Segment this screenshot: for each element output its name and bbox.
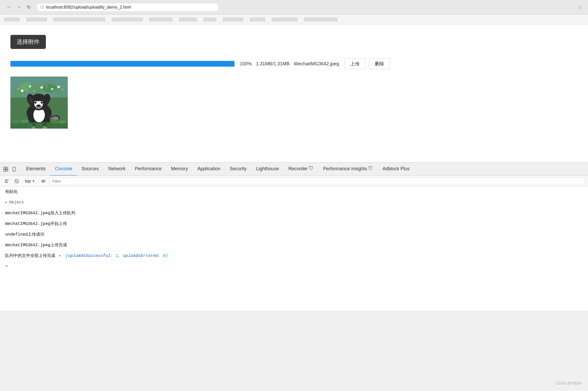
upload-row: 100% 1.31MB/1.31MB WechatIMG3642.jpeg 上传… [10, 58, 578, 69]
console-line-7: 队列中的文件全部上传完成 ► {uploadsSuccessful: 1, up… [0, 251, 588, 261]
address-bar[interactable]: ⓘ localhost:8082/upload/uploadify_demo_2… [36, 3, 219, 12]
svg-point-6 [54, 87, 66, 94]
clear-console-button[interactable] [3, 178, 10, 185]
inspect-icon[interactable] [3, 166, 9, 172]
svg-line-55 [15, 180, 18, 182]
browser-menu-bar [0, 15, 588, 24]
eye-icon[interactable] [40, 178, 47, 185]
tab-lighthouse[interactable]: Lighthouse [251, 163, 284, 176]
page-content: 选择附件 100% 1.31MB/1.31MB WechatIMG3642.jp… [0, 24, 588, 162]
chevron-down-icon: ▼ [32, 179, 35, 183]
svg-rect-47 [4, 169, 5, 171]
menu-item-9 [250, 17, 265, 22]
prompt-symbol: > [5, 264, 8, 269]
svg-point-29 [41, 102, 41, 102]
svg-point-12 [17, 88, 19, 90]
progress-bar-container [10, 61, 235, 67]
file-size: 1.31MB/1.31MB [256, 61, 290, 67]
menu-item-2 [26, 17, 47, 22]
svg-point-15 [62, 89, 64, 91]
console-toolbar: top ▼ [0, 176, 588, 187]
console-line-3: WechatIMG3642.jpeg加入上传队列 [0, 208, 588, 219]
upload-actions: 上传 删除 [344, 58, 390, 69]
menu-item-5 [149, 17, 173, 22]
tab-sources[interactable]: Sources [77, 163, 103, 176]
expand-arrow-2-icon[interactable]: ► [59, 254, 61, 258]
filter-input[interactable] [50, 178, 585, 185]
menu-item-6 [179, 17, 197, 22]
progress-percent: 100% [240, 61, 252, 67]
console-object-data: {uploadsSuccessful: 1, uploadsErrored: 0… [63, 253, 168, 259]
svg-point-4 [29, 84, 44, 95]
devtools-tabs: Elements Console Sources Network Perform… [0, 163, 588, 176]
reload-button[interactable]: ↻ [25, 4, 32, 11]
svg-point-10 [51, 88, 53, 90]
select-attachment-button[interactable]: 选择附件 [10, 35, 46, 49]
image-preview [10, 77, 68, 129]
svg-rect-46 [6, 167, 8, 169]
tab-performance[interactable]: Performance [130, 163, 166, 176]
dog-svg [10, 77, 68, 129]
tab-recorder[interactable]: Recorder ⛉ [284, 163, 318, 176]
upload-button[interactable]: 上传 [344, 58, 366, 69]
console-line-4: WechatIMG3642.jpeg开始上传 [0, 219, 588, 229]
svg-point-11 [57, 86, 60, 88]
context-label: top [25, 179, 31, 184]
watermark: CSDN @©萌泽~ [556, 381, 583, 386]
svg-point-28 [35, 102, 35, 102]
svg-rect-52 [5, 181, 8, 181]
tab-adblock[interactable]: Adblock Plus [378, 163, 414, 176]
tab-console[interactable]: Console [50, 163, 77, 176]
console-object-label: Object [9, 199, 24, 206]
svg-point-13 [33, 90, 35, 92]
svg-point-50 [14, 170, 14, 171]
svg-point-9 [40, 86, 43, 89]
progress-bar-fill [10, 61, 235, 67]
mobile-icon[interactable] [11, 166, 17, 172]
devtools-icon-group [3, 166, 17, 172]
tab-elements[interactable]: Elements [21, 163, 50, 176]
svg-point-8 [29, 85, 31, 87]
svg-point-41 [12, 120, 20, 124]
svg-rect-48 [6, 169, 8, 171]
block-icon[interactable] [13, 178, 20, 185]
menu-item-7 [203, 17, 216, 22]
forward-button[interactable]: → [15, 4, 22, 11]
filename: WechatIMG3642.jpeg [294, 61, 339, 67]
console-prompt[interactable]: > [0, 261, 588, 271]
svg-rect-45 [4, 167, 5, 169]
back-button[interactable]: ← [5, 4, 13, 11]
expand-arrow-icon[interactable]: ► [5, 200, 7, 205]
console-output: 初始化 ► Object WechatIMG3642.jpeg加入上传队列 We… [0, 187, 588, 311]
console-text-1: 初始化 [5, 189, 18, 195]
console-text-6: WechatIMG3642.jpeg上传完成 [5, 242, 67, 248]
console-text-7: 队列中的文件全部上传完成 [5, 253, 55, 259]
devtools-panel: Elements Console Sources Network Perform… [0, 163, 588, 311]
tab-performance-insights[interactable]: Performance insights ⛉ [318, 163, 378, 176]
svg-point-44 [59, 120, 66, 124]
svg-point-7 [21, 90, 23, 92]
upload-stats: 100% 1.31MB/1.31MB WechatIMG3642.jpeg [240, 61, 339, 67]
delete-button[interactable]: 删除 [369, 58, 390, 69]
svg-point-14 [46, 86, 48, 87]
tab-security[interactable]: Security [225, 163, 251, 176]
tab-application[interactable]: Application [193, 163, 225, 176]
console-text-4: WechatIMG3642.jpeg开始上传 [5, 221, 67, 227]
console-line-2[interactable]: ► Object [0, 197, 588, 208]
context-selector[interactable]: top ▼ [23, 178, 37, 185]
svg-point-21 [37, 105, 40, 107]
browser-chrome: ← → ↻ ⓘ localhost:8082/upload/uploadify_… [0, 0, 588, 15]
menu-item-4 [112, 17, 143, 22]
nav-buttons: ← → ↻ [5, 4, 32, 11]
svg-rect-51 [5, 180, 9, 180]
tab-network[interactable]: Network [103, 163, 130, 176]
url-text: localhost:8082/upload/uploadify_demo_2.h… [46, 5, 131, 10]
menu-item-8 [223, 17, 243, 22]
tab-memory[interactable]: Memory [166, 163, 193, 176]
lock-icon: ⓘ [40, 5, 44, 10]
console-line-1: 初始化 [0, 187, 588, 197]
console-text-3: WechatIMG3642.jpeg加入上传队列 [5, 210, 75, 216]
bookmark-icon[interactable]: ☆ [578, 4, 583, 10]
menu-item-11 [304, 17, 338, 22]
console-line-5: undefined上传成功 [0, 229, 588, 240]
